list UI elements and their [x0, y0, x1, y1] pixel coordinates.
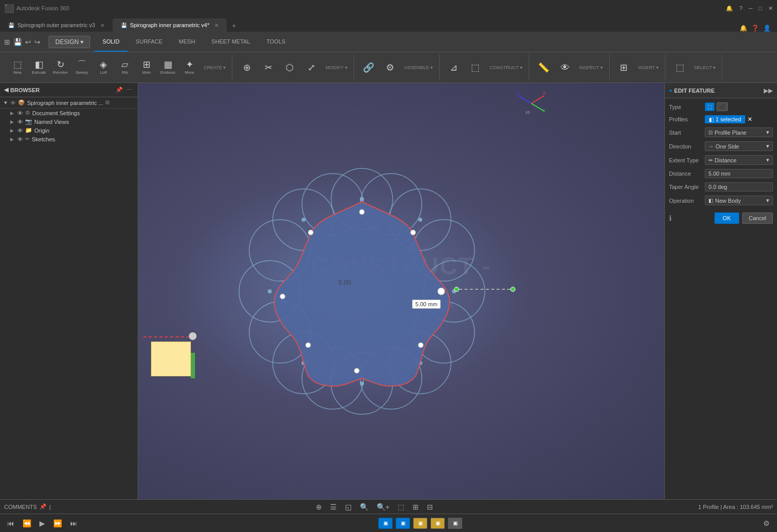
next-frame-btn[interactable]: ⏩ — [50, 518, 65, 529]
ok-button[interactable]: OK — [715, 212, 739, 224]
tab-outer-close[interactable]: ✕ — [100, 23, 104, 28]
maximize-btn[interactable]: □ — [759, 5, 762, 12]
tab-inner[interactable]: 💾 Spirograph inner parametric v4* ✕ — [113, 18, 227, 32]
construct-btn1[interactable]: ⊿ — [444, 55, 464, 80]
comments-pin-btn[interactable]: 📌 — [39, 503, 47, 511]
tab-tools[interactable]: TOOLS — [258, 32, 294, 52]
taper-angle-input[interactable]: 0.0 deg — [705, 182, 773, 191]
operation-dropdown[interactable]: ◧ New Body ▾ — [705, 196, 773, 205]
timeline-item-3[interactable]: ▣ — [413, 518, 427, 529]
cancel-button[interactable]: Cancel — [742, 212, 773, 224]
create-more-btn[interactable]: ✦ More — [179, 55, 200, 80]
info-icon[interactable]: ℹ — [669, 214, 672, 222]
type-row: Type ⬚ ⬛ — [669, 102, 773, 111]
construct-btn2[interactable]: ⬚ — [465, 55, 486, 80]
panel-collapse-btn[interactable]: ▶▶ — [764, 87, 773, 94]
close-btn[interactable]: ✕ — [768, 5, 773, 12]
inspect-btn1[interactable]: 📏 — [533, 55, 554, 80]
emboss-btn[interactable]: ▦ Emboss — [158, 55, 178, 80]
timeline-item-1[interactable]: ▣ — [378, 518, 393, 529]
browser-item-sketches[interactable]: ▶ 👁 ✏ Sketches , — [0, 135, 138, 143]
profiles-clear-btn[interactable]: ✕ — [747, 116, 752, 123]
tab-add-btn[interactable]: + — [227, 19, 241, 32]
play-btn[interactable]: ▶ — [36, 518, 48, 529]
last-frame-btn[interactable]: ⏭ — [67, 518, 80, 529]
type-value: ⬚ ⬛ — [705, 102, 773, 111]
collapse-icon[interactable]: ◀ — [4, 87, 8, 93]
svg-point-22 — [268, 289, 272, 293]
viewport[interactable]: CONSTRUCT - — [138, 83, 664, 499]
dimension-box[interactable]: 5.00 mm — [412, 300, 441, 309]
status-btn-8[interactable]: ⊟ — [424, 501, 436, 513]
settings-btn[interactable]: ⚙ — [760, 518, 773, 529]
user-icon[interactable]: 👤 — [763, 25, 771, 32]
modify-btn2[interactable]: ✂ — [258, 55, 278, 80]
tab-surface[interactable]: SURFACE — [127, 32, 170, 52]
loft-btn[interactable]: ◈ Loft — [93, 55, 114, 80]
assemble-btn1[interactable]: 🔗 — [358, 55, 379, 80]
design-dropdown[interactable]: DESIGN ▾ — [49, 36, 90, 48]
operation-row: Operation ◧ New Body ▾ — [669, 196, 773, 205]
web-btn[interactable]: ⊞ Web — [136, 55, 157, 80]
play-controls: ⏮ ⏪ ▶ ⏩ ⏭ — [4, 518, 80, 529]
extent-type-dropdown[interactable]: ⇔ Distance ▾ — [705, 155, 773, 165]
root-settings-icon[interactable]: ⚙ — [105, 99, 110, 106]
timeline-item-4[interactable]: ▣ — [430, 518, 445, 529]
browser-item-namedviews[interactable]: ▶ 👁 📷 Named Views — [0, 117, 138, 126]
timeline-item-2[interactable]: ▣ — [396, 518, 410, 529]
timeline-item-5[interactable]: ▣ — [448, 518, 462, 529]
svg-line-32 — [531, 96, 544, 103]
status-btn-6[interactable]: ⬚ — [395, 501, 407, 513]
direction-dropdown[interactable]: → One Side ▾ — [705, 141, 773, 151]
tab-inner-close[interactable]: ✕ — [214, 23, 219, 28]
insert-btn1[interactable]: ⊞ — [614, 55, 634, 80]
minimize-btn[interactable]: ─ — [749, 5, 753, 12]
green-dots-line — [454, 287, 515, 292]
svg-text:X: X — [543, 91, 546, 96]
modify-btn4[interactable]: ⤢ — [301, 55, 321, 80]
status-btn-3[interactable]: ◱ — [342, 501, 355, 513]
start-dropdown[interactable]: ⊡ Profile Plane ▾ — [705, 127, 773, 137]
assemble-btn2[interactable]: ⚙ — [380, 55, 400, 80]
status-btn-5[interactable]: 🔍+ — [374, 501, 393, 513]
revolve-btn[interactable]: ↻ Revolve — [50, 55, 71, 80]
extrude-btn[interactable]: ◧ Extrude — [29, 55, 49, 80]
toolbar-area: ⊞ 💾 ↩ ↪ DESIGN ▾ SOLID SURFACE MESH SHEE… — [0, 32, 777, 83]
undo-icon[interactable]: ↩ — [25, 38, 31, 46]
tab-sheetmetal[interactable]: SHEET METAL — [203, 32, 258, 52]
first-frame-btn[interactable]: ⏮ — [4, 518, 17, 529]
type-btn-1[interactable]: ⬚ — [705, 102, 715, 111]
browser-expand-btn[interactable]: ⋯ — [125, 86, 134, 94]
notification-icon[interactable]: 🔔 — [740, 25, 747, 32]
axis-widget: X Y Z 10 — [516, 88, 547, 119]
browser-pin-btn[interactable]: 📌 — [115, 86, 123, 94]
tab-mesh[interactable]: MESH — [170, 32, 203, 52]
status-btn-4[interactable]: 🔍 — [357, 501, 372, 513]
help-icon[interactable]: ❓ — [751, 25, 759, 32]
profiles-selected-badge[interactable]: ◧ 1 selected — [705, 115, 745, 123]
type-btn-2[interactable]: ⬛ — [717, 102, 728, 111]
tab-outer[interactable]: 💾 Spirograph outer parametric v3 ✕ — [0, 18, 113, 32]
browser-root-item[interactable]: ▼ 👁 📦 Spirograph inner parametric ... ⚙ — [0, 97, 138, 109]
rib-btn[interactable]: ▱ Rib — [115, 55, 135, 80]
status-btn-1[interactable]: ⊕ — [313, 501, 325, 513]
distance-input[interactable]: 5.00 mm — [705, 169, 773, 178]
sweep-btn[interactable]: ⌒ Sweep — [72, 55, 92, 80]
taper-angle-row: Taper Angle 0.0 deg — [669, 182, 773, 191]
tab-solid[interactable]: SOLID — [94, 32, 127, 52]
browser-item-origin[interactable]: ▶ 👁 📁 Origin — [0, 126, 138, 135]
modify-btn3[interactable]: ⬡ — [279, 55, 300, 80]
new-component-btn[interactable]: ⬚ New — [7, 55, 28, 80]
redo-icon[interactable]: ↪ — [34, 38, 40, 46]
select-btn1[interactable]: ⬚ — [670, 55, 690, 80]
save-icon[interactable]: 💾 — [13, 38, 22, 46]
rib-icon: ▱ — [121, 60, 128, 69]
status-btn-2[interactable]: ☰ — [327, 501, 340, 513]
status-btn-7[interactable]: ⊞ — [409, 501, 422, 513]
prev-frame-btn[interactable]: ⏪ — [19, 518, 34, 529]
tab-inner-label: Spirograph inner parametric v4* — [130, 22, 209, 28]
inspect-btn2[interactable]: 👁 — [555, 55, 575, 80]
status-bar: COMMENTS 📌 | ⊕ ☰ ◱ 🔍 🔍+ ⬚ ⊞ ⊟ 1 Profile … — [0, 499, 777, 514]
browser-item-docsettings[interactable]: ▶ 👁 ⚙ Document Settings — [0, 109, 138, 117]
modify-btn1[interactable]: ⊕ — [236, 55, 257, 80]
